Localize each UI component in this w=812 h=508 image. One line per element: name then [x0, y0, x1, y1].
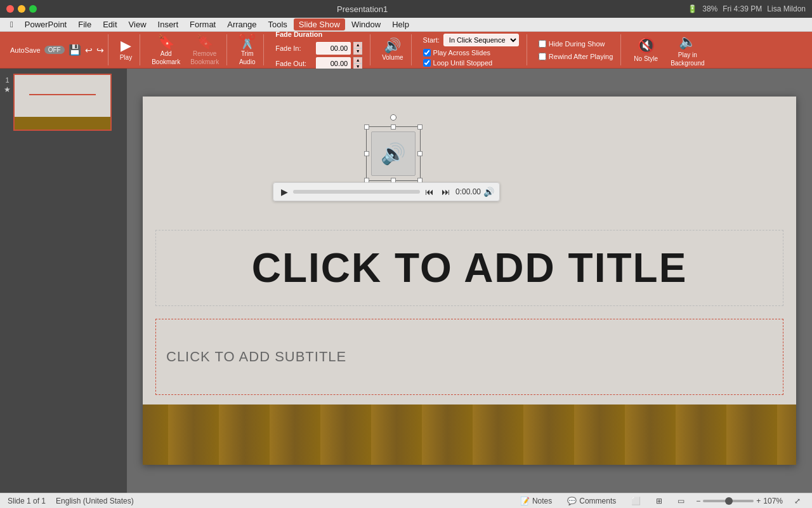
- minimize-button[interactable]: [18, 5, 25, 13]
- menu-arrange[interactable]: Arrange: [222, 18, 261, 30]
- zoom-slider[interactable]: [703, 500, 754, 502]
- handle-top-right[interactable]: [417, 124, 422, 130]
- fade-in-down[interactable]: ▼: [353, 48, 362, 55]
- close-button[interactable]: [6, 5, 14, 13]
- menu-file[interactable]: File: [73, 18, 96, 30]
- menu-view[interactable]: View: [124, 18, 152, 30]
- slide-info: Slide 1 of 1: [8, 497, 46, 505]
- rotate-handle[interactable]: [390, 114, 396, 121]
- fit-to-window-icon: ⤢: [794, 497, 801, 505]
- maximize-button[interactable]: [29, 5, 37, 13]
- handle-top-mid[interactable]: [391, 124, 396, 130]
- slide-title-area[interactable]: CLICK TO ADD TITLE: [155, 230, 783, 306]
- play-across-checkbox[interactable]: [423, 49, 431, 57]
- audio-forward-button[interactable]: ⏭: [439, 185, 453, 198]
- normal-view-button[interactable]: ⬜: [627, 495, 645, 507]
- add-bookmark-label: Add: [160, 50, 172, 57]
- clock: Fri 4:39 PM: [723, 4, 762, 13]
- menu-powerpoint[interactable]: PowerPoint: [20, 18, 72, 30]
- slide-title-text: CLICK TO ADD TITLE: [252, 244, 688, 291]
- start-select[interactable]: In Click Sequence Automatically When Cli…: [443, 34, 519, 46]
- save-icon[interactable]: 💾: [69, 44, 81, 56]
- hr-area: Hide During Show Rewind After Playing: [535, 40, 617, 60]
- slide-sorter-button[interactable]: ⊞: [652, 495, 666, 507]
- thumb-floor: [15, 117, 110, 130]
- fade-in-row: Fade In: ▲ ▼: [275, 42, 362, 55]
- audio-play-button[interactable]: ▶: [278, 185, 291, 198]
- start-label: Start:: [423, 36, 440, 44]
- status-right: 📝 Notes 💬 Comments ⬜ ⊞ ▭ − + 107% ⤢: [516, 495, 804, 507]
- menu-help[interactable]: Help: [387, 18, 414, 30]
- handle-mid-left[interactable]: [364, 151, 369, 156]
- autosave-toggle[interactable]: OFF: [44, 46, 65, 54]
- audio-volume-control[interactable]: 🔊: [483, 187, 494, 197]
- fade-out-label: Fade Out:: [275, 60, 313, 67]
- redo-icon[interactable]: ↪: [96, 45, 104, 55]
- slide-subtitle-area[interactable]: CLICK TO ADD SUBTITLE: [155, 319, 783, 395]
- star-icon: ★: [4, 85, 11, 94]
- start-row: Start: In Click Sequence Automatically W…: [423, 34, 519, 46]
- comments-button[interactable]: 💬 Comments: [563, 495, 620, 507]
- menu-insert[interactable]: Insert: [153, 18, 184, 30]
- fade-out-input[interactable]: [316, 57, 351, 70]
- audio-progress-bar[interactable]: [293, 190, 420, 194]
- username: Lisa Mildon: [767, 4, 806, 13]
- play-button[interactable]: ▶ Play: [116, 36, 136, 64]
- bookmark-group: 🔖 Add Bookmark 🔖✕ Remove Bookmark: [144, 34, 227, 65]
- playback-options-group: Start: In Click Sequence Automatically W…: [416, 34, 527, 65]
- no-style-button[interactable]: 🔇 No Style: [629, 35, 663, 65]
- slide-canvas[interactable]: 🔊 ▶ ⏮ ⏭ 0:00.00 🔊 CLICK TO ADD TITLE CLI…: [143, 97, 796, 465]
- add-bookmark-label2: Bookmark: [152, 58, 180, 65]
- status-bar: Slide 1 of 1 English (United States) 📝 N…: [0, 493, 812, 508]
- zoom-control: − + 107%: [696, 497, 783, 505]
- play-in-background-button[interactable]: 🔈 Play in Background: [665, 31, 709, 69]
- loop-until-checkbox[interactable]: [423, 59, 431, 67]
- handle-mid-right[interactable]: [417, 151, 422, 156]
- undo-icon[interactable]: ↩: [85, 45, 93, 55]
- menu-edit[interactable]: Edit: [98, 18, 122, 30]
- remove-bookmark-button[interactable]: 🔖✕ Remove Bookmark: [187, 32, 223, 68]
- hide-rewind-group: Hide During Show Rewind After Playing: [531, 34, 622, 65]
- traffic-lights: [6, 5, 37, 13]
- remove-bookmark-label2: Bookmark: [190, 58, 219, 65]
- zoom-plus-icon[interactable]: +: [756, 497, 761, 505]
- fade-out-row: Fade Out: ▲ ▼: [275, 57, 362, 70]
- reading-view-icon: ▭: [678, 497, 684, 505]
- menu-format[interactable]: Format: [185, 18, 221, 30]
- fade-out-up[interactable]: ▲: [353, 57, 362, 64]
- menu-slide-show[interactable]: Slide Show: [294, 18, 345, 30]
- volume-button[interactable]: 🔊 Volume: [378, 36, 407, 64]
- menu-apple[interactable]: : [5, 18, 18, 30]
- fit-to-window-button[interactable]: ⤢: [790, 495, 804, 507]
- slide-thumb-container-1: 1 ★: [4, 74, 123, 131]
- fade-in-label: Fade In:: [275, 44, 313, 52]
- slide-thumbnail-1[interactable]: [13, 74, 112, 131]
- rewind-after-checkbox[interactable]: [539, 53, 546, 60]
- audio-object[interactable]: 🔊: [371, 131, 416, 176]
- title-bar: Presentation1 🔋 38% Fri 4:39 PM Lisa Mil…: [0, 0, 812, 18]
- slide-number-1: 1: [5, 74, 9, 84]
- menu-tools[interactable]: Tools: [263, 18, 292, 30]
- play-label: Play: [120, 54, 132, 61]
- audio-rewind-button[interactable]: ⏮: [422, 185, 436, 198]
- play-background-label: Play in: [678, 51, 697, 58]
- menu-window[interactable]: Window: [346, 18, 386, 30]
- handle-top-left[interactable]: [364, 124, 369, 130]
- fade-in-up[interactable]: ▲: [353, 42, 362, 48]
- trim-audio-button[interactable]: ✂️ Trim Audio: [235, 32, 259, 68]
- fade-in-spinner[interactable]: ▲ ▼: [353, 42, 362, 55]
- hide-during-checkbox[interactable]: [539, 40, 546, 48]
- reading-view-button[interactable]: ▭: [674, 495, 688, 507]
- toolbar: AutoSave OFF 💾 ↩ ↪ ▶ Play 🔖 Add Bookmark…: [0, 32, 812, 69]
- fade-out-spinner[interactable]: ▲ ▼: [353, 57, 362, 70]
- zoom-minus-icon[interactable]: −: [696, 497, 700, 505]
- fade-in-input[interactable]: [316, 42, 351, 55]
- volume-group: 🔊 Volume: [374, 34, 411, 65]
- trim-audio-label2: Audio: [239, 58, 256, 65]
- trim-audio-label: Trim: [241, 50, 254, 57]
- add-bookmark-button[interactable]: 🔖 Add Bookmark: [148, 32, 184, 68]
- notes-button[interactable]: 📝 Notes: [516, 495, 556, 507]
- autosave-label: AutoSave: [10, 46, 41, 54]
- slide-panel: 1 ★: [0, 69, 127, 493]
- hide-during-label: Hide During Show: [549, 40, 605, 48]
